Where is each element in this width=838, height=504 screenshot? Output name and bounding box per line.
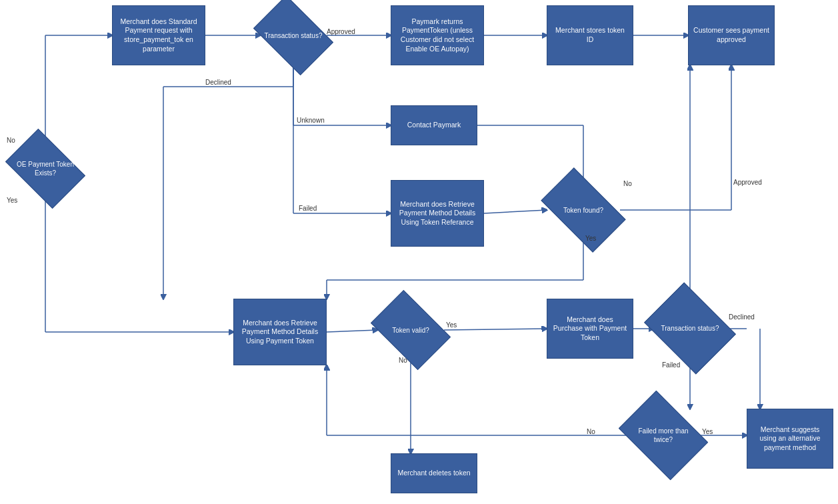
token-found-diamond: Token found? [547,187,620,233]
approved-2-label: Approved [733,179,762,186]
failed-more-yes-label: Yes [702,428,713,435]
failed-more-no-label: No [587,428,595,435]
no-oe-label: No [7,137,15,144]
failed-2-label: Failed [662,361,680,369]
token-found-no-label: No [623,180,632,187]
merchant-purchase-box: Merchant does Purchase with Payment Toke… [547,299,633,359]
yes-oe-label: Yes [7,197,17,204]
merchant-stores-box: Merchant stores token ID [547,5,633,65]
token-valid-no-label: No [399,357,407,364]
merchant-deletes-box: Merchant deletes token [391,453,477,493]
svg-line-12 [484,210,547,213]
paymark-returns-box: Paymark returns PaymentToken (unless Cus… [391,5,484,65]
approved-1-label: Approved [327,28,355,35]
transaction-status-1-diamond: Transaction status? [260,12,327,59]
flowchart-canvas: Merchant does Standard Payment request w… [0,0,838,504]
token-valid-yes-label: Yes [446,321,457,329]
retrieve-token-ref-box: Merchant does Retrieve Payment Method De… [391,180,484,247]
svg-line-26 [444,329,547,330]
merchant-standard-box: Merchant does Standard Payment request w… [112,5,205,65]
token-found-yes-label: Yes [585,235,596,242]
failed-more-than-twice-diamond: Failed more than twice? [627,409,700,462]
svg-line-25 [327,330,377,332]
retrieve-payment-token-box: Merchant does Retrieve Payment Method De… [233,299,327,365]
failed-1-label: Failed [299,205,317,212]
contact-paymark-box: Contact Paymark [391,105,477,145]
declined-1-label: Declined [205,79,231,86]
token-valid-diamond: Token valid? [377,307,444,353]
customer-approved-box: Customer sees payment approved [688,5,775,65]
oe-payment-exists-diamond: OE Payment Token Exists? [12,145,79,192]
merchant-suggests-box: Merchant suggests using an alternative p… [747,409,833,469]
declined-2-label: Declined [729,313,755,321]
unknown-label: Unknown [297,117,325,124]
transaction-status-2-diamond: Transaction status? [653,300,727,357]
